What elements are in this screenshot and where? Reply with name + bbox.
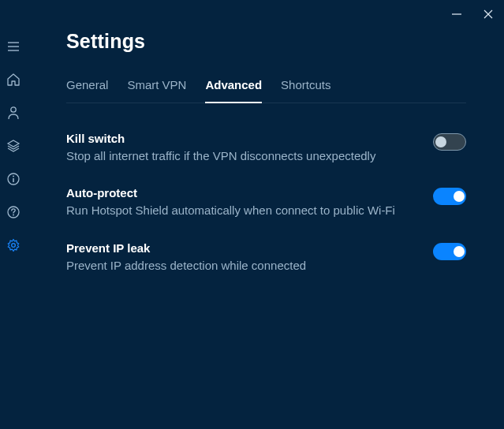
tab-general[interactable]: General xyxy=(66,76,108,103)
setting-desc: Prevent IP address detection while conne… xyxy=(66,258,417,274)
setting-desc: Stop all internet traffic if the VPN dis… xyxy=(66,148,417,164)
sidebar xyxy=(0,0,27,429)
setting-title: Kill switch xyxy=(66,132,417,145)
window-controls xyxy=(447,5,498,24)
help-icon[interactable] xyxy=(5,203,22,221)
kill-switch-toggle[interactable] xyxy=(433,133,466,151)
setting-prevent-ip-leak: Prevent IP leak Prevent IP address detec… xyxy=(66,241,466,274)
close-button[interactable] xyxy=(479,5,498,24)
account-icon[interactable] xyxy=(5,104,22,121)
tab-smart-vpn[interactable]: Smart VPN xyxy=(127,76,186,103)
settings-icon[interactable] xyxy=(5,237,22,254)
tab-shortcuts[interactable]: Shortcuts xyxy=(281,76,330,103)
layers-icon[interactable] xyxy=(5,137,22,155)
main-content: Settings General Smart VPN Advanced Shor… xyxy=(27,0,504,429)
info-icon[interactable] xyxy=(5,170,22,188)
minimize-button[interactable] xyxy=(447,5,466,24)
svg-point-12 xyxy=(13,214,14,216)
tab-advanced[interactable]: Advanced xyxy=(205,76,262,103)
home-icon[interactable] xyxy=(5,71,22,88)
svg-marker-7 xyxy=(8,140,19,147)
prevent-ip-leak-toggle[interactable] xyxy=(433,243,466,260)
settings-list: Kill switch Stop all internet traffic if… xyxy=(66,132,466,274)
setting-auto-protect: Auto-protect Run Hotspot Shield automati… xyxy=(66,186,466,218)
svg-point-13 xyxy=(12,244,16,248)
setting-desc: Run Hotspot Shield automatically when co… xyxy=(66,203,417,218)
page-title: Settings xyxy=(66,30,466,53)
svg-point-6 xyxy=(11,107,16,112)
setting-kill-switch: Kill switch Stop all internet traffic if… xyxy=(66,132,466,164)
auto-protect-toggle[interactable] xyxy=(433,188,466,205)
menu-icon[interactable] xyxy=(5,38,22,55)
svg-point-10 xyxy=(13,176,14,177)
tabs: General Smart VPN Advanced Shortcuts xyxy=(66,76,466,103)
setting-title: Auto-protect xyxy=(66,186,417,200)
setting-title: Prevent IP leak xyxy=(66,241,417,255)
